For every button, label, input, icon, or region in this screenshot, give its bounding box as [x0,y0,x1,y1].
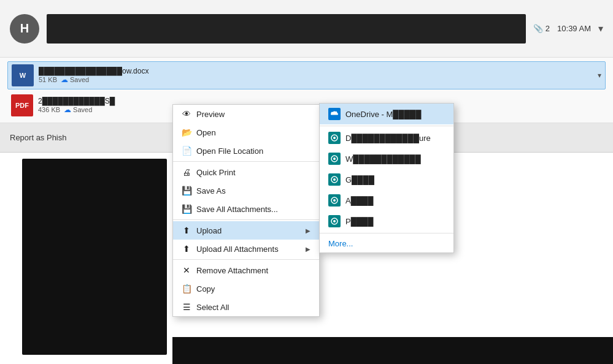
svg-point-7 [333,199,336,202]
upload-submenu-arrow: ▶ [306,227,310,234]
attachment-1-name: ████████████████ow.docx [39,67,593,75]
body-content-block [22,159,167,355]
sharepoint-icon-4 [328,194,341,207]
attachment-1-size-row: 51 KB ☁ Saved [39,75,593,84]
menu-item-remove[interactable]: ✕ Remove Attachment [173,261,319,279]
sharepoint-icon-5 [328,215,341,227]
upload-all-submenu-arrow: ▶ [306,246,310,252]
open-file-location-icon: 📄 [182,146,191,156]
upload-icon: ⬆ [182,226,191,235]
sharepoint-icon-3 [328,173,341,186]
menu-label-preview: Preview [196,110,310,119]
submenu-label-sp3: G████ [345,175,445,184]
menu-item-copy[interactable]: 📋 Copy [173,279,319,298]
menu-item-preview[interactable]: 👁 Preview [173,105,319,123]
avatar: H [10,14,39,44]
menu-label-upload: Upload [196,226,301,235]
remove-icon: ✕ [182,265,191,275]
separator-1 [173,161,319,162]
submenu-item-sp2[interactable]: W████████████ [320,148,453,169]
separator-2 [173,219,319,220]
attachment-count: 📎 2 [533,24,550,33]
preview-icon: 👁 [182,109,191,119]
submenu-label-sp4: A████ [345,196,445,205]
copy-icon: 📋 [182,284,191,294]
word-file-icon: W [12,64,34,86]
submenu-divider-1 [320,126,453,126]
submenu-divider-2 [320,233,453,233]
separator-3 [173,259,319,260]
email-meta: 📎 2 10:39 AM ▾ [533,23,603,34]
report-phish-button[interactable]: Report as Phish [10,133,67,142]
menu-item-upload[interactable]: ⬆ Upload ▶ [173,221,319,240]
submenu-label-onedrive: OneDrive - M█████ [345,110,445,119]
cloud-icon-1: ☁ [61,75,68,84]
upload-submenu: OneDrive - M█████ D████████████ure W████… [319,103,454,253]
attachment-1-size: 51 KB [39,76,57,83]
svg-point-5 [333,178,336,181]
expand-button[interactable]: ▾ [598,23,603,34]
svg-point-3 [333,157,336,160]
menu-label-save-as: Save As [196,186,310,195]
svg-point-1 [333,137,336,139]
timestamp: 10:39 AM [557,24,591,33]
attachment-1-info: ████████████████ow.docx 51 KB ☁ Saved [39,67,593,84]
menu-item-open[interactable]: 📂 Open [173,123,319,142]
submenu-item-sp4[interactable]: A████ [320,190,453,211]
menu-item-open-file-location[interactable]: 📄 Open File Location [173,142,319,160]
sharepoint-icon-2 [328,153,341,165]
attachment-2-saved: ☁ Saved [64,105,92,114]
menu-item-select-all[interactable]: ☰ Select All [173,298,319,316]
open-icon: 📂 [182,127,191,137]
submenu-label-sp1: D████████████ure [345,134,445,143]
menu-label-quick-print: Quick Print [196,168,310,177]
sharepoint-icon-1 [328,132,341,144]
upload-all-icon: ⬆ [182,244,191,254]
cloud-icon-2: ☁ [64,105,71,114]
quick-print-icon: 🖨 [182,167,191,177]
attachment-2-size: 436 KB [38,106,60,113]
context-menu: 👁 Preview 📂 Open 📄 Open File Location 🖨 … [172,104,320,317]
menu-item-save-all[interactable]: 💾 Save All Attachments... [173,200,319,218]
menu-item-save-as[interactable]: 💾 Save As [173,181,319,200]
submenu-item-onedrive[interactable]: OneDrive - M█████ [320,104,453,124]
select-all-icon: ☰ [182,302,191,312]
submenu-item-sp1[interactable]: D████████████ure [320,127,453,148]
submenu-label-sp2: W████████████ [345,154,445,164]
svg-point-9 [333,220,336,222]
save-all-icon: 💾 [182,204,191,214]
menu-label-open-file-location: Open File Location [196,146,310,156]
menu-label-copy: Copy [196,284,310,294]
attachment-1-saved: ☁ Saved [61,75,89,84]
email-header: H 📎 2 10:39 AM ▾ [0,0,613,58]
menu-label-select-all: Select All [196,303,310,312]
onedrive-icon [328,108,341,120]
menu-item-quick-print[interactable]: 🖨 Quick Print [173,163,319,181]
pdf-file-icon: PDF [11,94,33,116]
save-as-icon: 💾 [182,186,191,195]
attachment-1-dropdown[interactable]: ▾ [598,71,601,80]
attachment-item-1[interactable]: W ████████████████ow.docx 51 KB ☁ Saved … [7,61,606,89]
submenu-label-sp5: P████ [345,217,445,226]
menu-label-save-all: Save All Attachments... [196,205,310,214]
paperclip-icon: 📎 [533,24,543,33]
menu-item-upload-all[interactable]: ⬆ Upload All Attachments ▶ [173,240,319,258]
menu-label-upload-all: Upload All Attachments [196,245,301,254]
submenu-more-link[interactable]: More... [320,235,453,252]
email-subject-bar [47,14,526,44]
bottom-bar [172,337,613,364]
menu-label-open: Open [196,128,310,137]
menu-label-remove: Remove Attachment [196,266,310,275]
submenu-item-sp5[interactable]: P████ [320,211,453,232]
submenu-item-sp3[interactable]: G████ [320,169,453,190]
